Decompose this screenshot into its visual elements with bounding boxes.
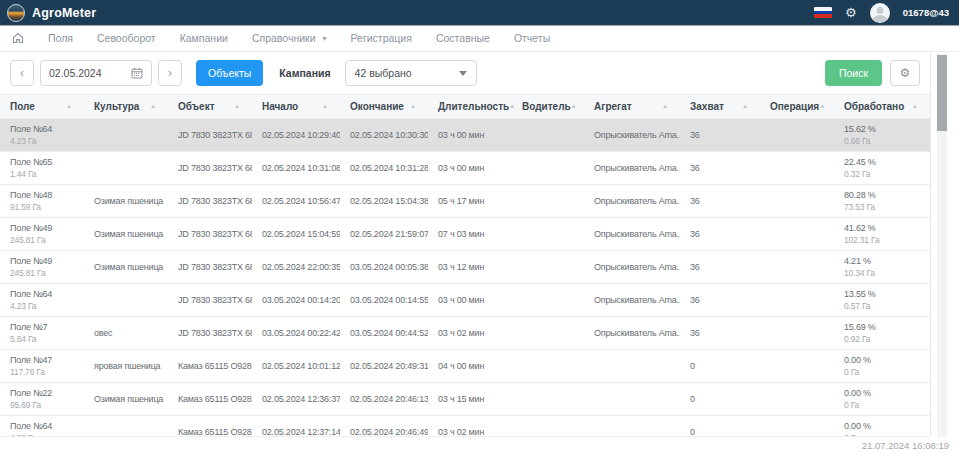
table-row[interactable]: Поле №64 4.23 Га JD 7830 3823TX 68 02.05… [0, 118, 930, 151]
cell-processed: 41.62 % 102.31 Га [834, 217, 930, 250]
date-next-button[interactable]: › [158, 60, 182, 86]
sort-icon: ▲ [819, 103, 825, 109]
table-row[interactable]: Поле №7 5.84 Га овес JD 7830 3823TX 68 0… [0, 316, 930, 349]
cell-implement: Опрыскиватель Ama... [584, 250, 680, 283]
app-logo-icon [7, 4, 25, 22]
cell-driver [512, 349, 584, 382]
cell-width: 36 [680, 217, 760, 250]
campaign-select[interactable]: 42 выбрано [345, 60, 477, 86]
table-row[interactable]: Поле №64 4.23 Га Камаз 65115 О928МС... 0… [0, 415, 930, 436]
date-value: 02.05.2024 [49, 67, 102, 79]
date-prev-button[interactable]: ‹ [10, 60, 34, 86]
cell-object: Камаз 65115 О928МС... [168, 382, 252, 415]
cell-field: Поле №47 117.76 Га [0, 349, 84, 382]
column-header-driver[interactable]: Водитель▲ [512, 95, 584, 118]
cell-operation [760, 415, 834, 436]
date-input[interactable]: 02.05.2024 [40, 60, 152, 86]
nav-item-reports[interactable]: Отчеты [514, 32, 550, 44]
cell-processed: 15.69 % 0.92 Га [834, 316, 930, 349]
cell-object: Камаз 65115 О928МС... [168, 415, 252, 436]
table-row[interactable]: Поле №48 91.59 Га Озимая пшеница JD 7830… [0, 184, 930, 217]
table-row[interactable]: Поле №65 1.44 Га JD 7830 3823TX 68 02.05… [0, 151, 930, 184]
settings-gear-icon[interactable]: ⚙ [845, 6, 857, 19]
cell-duration: 03 ч 12 мин [428, 250, 512, 283]
topbar-right: ⚙ 01678@43 [814, 3, 949, 23]
page-timestamp: 21.07.2024 16:08:19 [862, 440, 949, 451]
cell-width: 36 [680, 316, 760, 349]
search-button[interactable]: Поиск [825, 60, 882, 86]
column-header-field[interactable]: Поле▲ [0, 95, 84, 118]
cell-duration: 05 ч 17 мин [428, 184, 512, 217]
cell-end: 02.05.2024 10:31:28 [340, 151, 428, 184]
cell-driver [512, 316, 584, 349]
table-row[interactable]: Поле №64 4.23 Га JD 7830 3823TX 68 03.05… [0, 283, 930, 316]
cell-operation [760, 118, 834, 151]
column-header-width[interactable]: Захват▲ [680, 95, 760, 118]
column-header-processed[interactable]: Обработано▲ [834, 95, 930, 118]
cell-operation [760, 250, 834, 283]
cell-start: 02.05.2024 10:56:47 [252, 184, 340, 217]
nav-item-composites[interactable]: Составные [436, 32, 490, 44]
table-row[interactable]: Поле №22 95.69 Га Озимая пшеница Камаз 6… [0, 382, 930, 415]
nav-item-crop-rotation[interactable]: Севооборот [97, 32, 156, 44]
cell-object: JD 7830 3823TX 68 [168, 217, 252, 250]
language-flag-icon[interactable] [814, 7, 832, 18]
campaign-label: Кампания [279, 67, 330, 79]
table-row[interactable]: Поле №49 245.81 Га Озимая пшеница JD 783… [0, 217, 930, 250]
table-row[interactable]: Поле №47 117.76 Га яровая пшеница Камаз … [0, 349, 930, 382]
table-header-row: Поле▲ Культура▲ Объект▲ Начало▲ Окончани… [0, 95, 930, 118]
cell-operation [760, 349, 834, 382]
cell-object: JD 7830 3823TX 68 [168, 283, 252, 316]
cell-processed: 22.45 % 0.32 Га [834, 151, 930, 184]
objects-button[interactable]: Объекты [196, 60, 263, 86]
nav-label: Поля [48, 32, 73, 44]
filter-toolbar: ‹ 02.05.2024 › Объекты Кампания 42 выбра… [0, 52, 930, 95]
cell-width: 0 [680, 415, 760, 436]
campaign-selected-value: 42 выбрано [355, 67, 412, 79]
username[interactable]: 01678@43 [903, 7, 949, 18]
cell-culture [84, 151, 168, 184]
nav-item-directories[interactable]: Справочники ▾ [252, 32, 327, 44]
vertical-scrollbar[interactable] [937, 53, 947, 437]
user-avatar[interactable] [870, 3, 890, 23]
column-header-operation[interactable]: Операция▲ [760, 95, 834, 118]
column-header-start[interactable]: Начало▲ [252, 95, 340, 118]
cell-start: 02.05.2024 12:36:37 [252, 382, 340, 415]
column-header-object[interactable]: Объект▲ [168, 95, 252, 118]
nav-home[interactable] [12, 32, 24, 44]
sort-icon: ▲ [509, 103, 515, 109]
cell-field: Поле №64 4.23 Га [0, 415, 84, 436]
scrollbar-thumb[interactable] [937, 55, 947, 131]
column-header-duration[interactable]: Длительность▲ [428, 95, 512, 118]
column-header-implement[interactable]: Агрегат▲ [584, 95, 680, 118]
table-settings-button[interactable]: ⚙ [890, 60, 920, 86]
cell-implement: Опрыскиватель Ama... [584, 217, 680, 250]
cell-implement [584, 349, 680, 382]
cell-processed: 0.00 % 0 Га [834, 382, 930, 415]
column-header-end[interactable]: Окончание▲ [340, 95, 428, 118]
table-container: Поле▲ Культура▲ Объект▲ Начало▲ Окончани… [0, 95, 930, 436]
nav-item-registration[interactable]: Регистрация [351, 32, 412, 44]
operations-table: Поле▲ Культура▲ Объект▲ Начало▲ Окончани… [0, 95, 930, 436]
cell-culture: овес [84, 316, 168, 349]
nav-label: Отчеты [514, 32, 550, 44]
cell-duration: 03 ч 00 мин [428, 283, 512, 316]
nav-label: Справочники [252, 32, 316, 44]
calendar-icon [131, 67, 143, 79]
cell-field: Поле №65 1.44 Га [0, 151, 84, 184]
cell-culture: Озимая пшеница [84, 217, 168, 250]
column-header-culture[interactable]: Культура▲ [84, 95, 168, 118]
app-title: AgroMeter [32, 6, 96, 20]
gear-icon: ⚙ [900, 66, 911, 80]
cell-object: JD 7830 3823TX 68 [168, 316, 252, 349]
cell-field: Поле №7 5.84 Га [0, 316, 84, 349]
cell-end: 02.05.2024 21:59:07 [340, 217, 428, 250]
home-icon [12, 32, 24, 44]
cell-implement [584, 382, 680, 415]
cell-implement [584, 415, 680, 436]
nav-item-campaigns[interactable]: Кампании [180, 32, 228, 44]
cell-start: 02.05.2024 10:29:40 [252, 118, 340, 151]
table-row[interactable]: Поле №49 245.81 Га Озимая пшеница JD 783… [0, 250, 930, 283]
sort-icon: ▲ [66, 103, 72, 109]
nav-item-fields[interactable]: Поля [48, 32, 73, 44]
